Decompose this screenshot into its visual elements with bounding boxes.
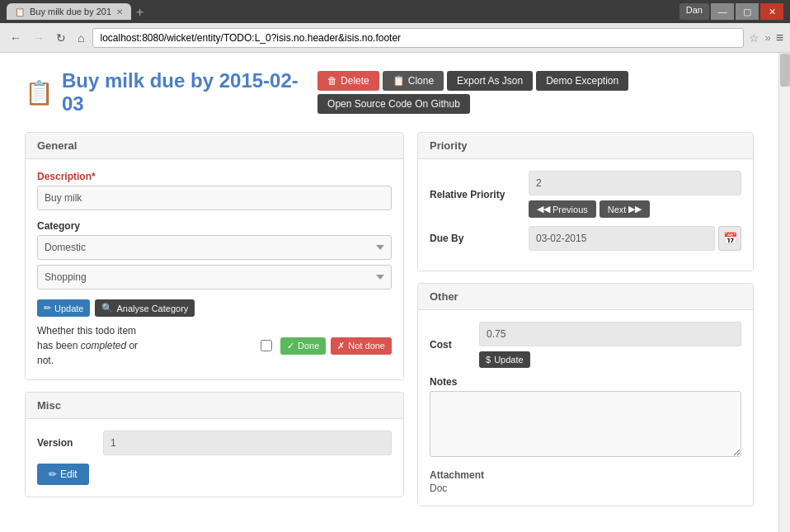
tab-close-icon[interactable]: ✕: [116, 7, 123, 16]
cost-row: Cost 0.75 $ Update: [430, 322, 741, 368]
relative-priority-row: Relative Priority 2 ◀◀ Previous: [430, 171, 741, 218]
next-icon: ▶▶: [628, 204, 642, 214]
date-field-wrapper: 03-02-2015 📅: [529, 226, 741, 251]
browser-window: 📋 Buy milk due by 201 ✕ + Dan — ▢ ✕ ← → …: [0, 0, 790, 532]
page-title-area: 📋 Buy milk due by 2015-02-03: [25, 69, 301, 115]
description-input[interactable]: [37, 186, 392, 210]
category-select-1[interactable]: Domestic: [37, 235, 392, 260]
calendar-icon[interactable]: 📅: [718, 226, 741, 251]
forward-button[interactable]: →: [30, 30, 48, 46]
category-actions: ✏ Update 🔍 Analyse Category: [37, 299, 392, 317]
version-value-wrapper: 1: [103, 431, 392, 455]
window-user: Dan: [679, 3, 709, 20]
back-button[interactable]: ←: [7, 30, 25, 46]
priority-panel: Priority Relative Priority 2 ◀◀: [417, 132, 754, 271]
other-panel: Other Cost 0.75 $ Updat: [417, 283, 754, 506]
minimize-button[interactable]: —: [711, 3, 734, 20]
open-source-button[interactable]: Open Source Code On Github: [317, 94, 470, 114]
tab-area: 📋 Buy milk due by 201 ✕ +: [7, 3, 676, 20]
left-column: General Description* Category Domestic: [25, 132, 404, 506]
description-label: Description*: [37, 171, 392, 182]
attachment-section: Attachment Doc: [430, 469, 741, 494]
not-done-button[interactable]: ✗ Not done: [331, 337, 392, 355]
done-not-done-buttons: ✓ Done ✗ Not done: [280, 337, 392, 355]
relative-priority-value: 2: [529, 171, 741, 195]
home-button[interactable]: ⌂: [74, 30, 87, 46]
due-by-value-wrapper: 03-02-2015 📅: [529, 226, 741, 251]
done-button[interactable]: ✓ Done: [280, 337, 326, 355]
due-by-value: 03-02-2015: [529, 226, 715, 251]
misc-panel: Misc Version 1 ✏ Edit: [25, 392, 404, 497]
description-group: Description*: [37, 171, 392, 210]
menu-icon[interactable]: ≡: [776, 31, 783, 45]
clone-button[interactable]: 📋 Clone: [383, 71, 444, 91]
page-header: 📋 Buy milk due by 2015-02-03 🗑 Delete 📋 …: [25, 69, 754, 115]
completion-text-2: has been completed or: [37, 340, 138, 351]
analyse-category-button[interactable]: 🔍 Analyse Category: [95, 299, 195, 317]
edit-icon-misc: ✏: [49, 468, 57, 480]
version-row: Version 1: [37, 431, 392, 455]
dollar-icon: $: [486, 355, 491, 365]
next-button[interactable]: Next ▶▶: [600, 200, 651, 218]
scrollbar-track[interactable]: [778, 53, 790, 532]
close-button[interactable]: ✕: [760, 3, 783, 20]
other-panel-header: Other: [418, 284, 753, 310]
export-json-button[interactable]: Export As Json: [447, 71, 533, 91]
bookmark-icon[interactable]: ☆: [749, 31, 759, 45]
notes-group: Notes: [430, 376, 741, 459]
misc-panel-body: Version 1 ✏ Edit: [26, 419, 403, 497]
page-content: 📋 Buy milk due by 2015-02-03 🗑 Delete 📋 …: [0, 53, 778, 532]
category-select-2[interactable]: Shopping: [37, 265, 392, 290]
completion-text: Whether this todo item has been complete…: [37, 323, 252, 368]
restore-button[interactable]: ▢: [736, 3, 759, 20]
browser-tab[interactable]: 📋 Buy milk due by 201 ✕: [7, 3, 131, 20]
priority-panel-body: Relative Priority 2 ◀◀ Previous: [418, 159, 753, 271]
previous-button[interactable]: ◀◀ Previous: [529, 200, 596, 218]
checkmark-icon: ✓: [287, 341, 294, 351]
cost-update-button[interactable]: $ Update: [479, 351, 530, 368]
cross-icon: ✗: [337, 341, 345, 351]
category-label: Category: [37, 220, 392, 232]
due-by-label: Due By: [430, 233, 529, 244]
cost-value: 0.75: [479, 322, 741, 346]
address-input[interactable]: [92, 28, 744, 48]
notes-textarea[interactable]: [430, 391, 741, 457]
page-area: 📋 Buy milk due by 2015-02-03 🗑 Delete 📋 …: [0, 53, 790, 532]
todo-icon: 📋: [25, 79, 54, 106]
extensions-icon: »: [764, 31, 770, 44]
two-col-layout: General Description* Category Domestic: [25, 132, 754, 506]
demo-exception-button[interactable]: Demo Exception: [536, 71, 628, 91]
attachment-label: Attachment: [430, 469, 741, 481]
general-panel: General Description* Category Domestic: [25, 132, 404, 380]
attachment-value: Doc: [430, 483, 741, 494]
other-panel-body: Cost 0.75 $ Update: [418, 310, 753, 506]
version-value: 1: [103, 431, 392, 455]
priority-panel-header: Priority: [418, 133, 753, 159]
new-tab-button[interactable]: +: [131, 5, 148, 20]
misc-edit-button[interactable]: ✏ Edit: [37, 464, 89, 485]
category-group: Category Domestic Shopping: [37, 220, 392, 290]
cost-label: Cost: [430, 339, 479, 351]
edit-icon: ✏: [44, 303, 51, 313]
priority-nav-buttons: ◀◀ Previous Next ▶▶: [529, 200, 741, 218]
relative-priority-label: Relative Priority: [430, 189, 529, 200]
action-buttons: 🗑 Delete 📋 Clone Export As Json Demo Exc…: [317, 71, 754, 114]
clone-icon: 📋: [393, 75, 405, 87]
title-bar: 📋 Buy milk due by 201 ✕ + Dan — ▢ ✕: [0, 0, 790, 23]
reload-button[interactable]: ↻: [53, 30, 69, 46]
previous-icon: ◀◀: [537, 204, 550, 214]
window-controls: Dan — ▢ ✕: [679, 3, 783, 20]
delete-button[interactable]: 🗑 Delete: [317, 71, 379, 91]
scrollbar-thumb[interactable]: [780, 54, 790, 87]
general-panel-header: General: [26, 133, 403, 159]
page-title: Buy milk due by 2015-02-03: [62, 69, 301, 115]
update-button[interactable]: ✏ Update: [37, 299, 90, 317]
completion-row: Whether this todo item has been complete…: [37, 323, 392, 368]
address-bar: ← → ↻ ⌂ ☆ » ≡: [0, 23, 790, 53]
analyse-icon: 🔍: [101, 303, 113, 313]
general-panel-body: Description* Category Domestic Shopping: [26, 159, 403, 379]
version-label: Version: [37, 437, 103, 449]
completed-checkbox[interactable]: [261, 340, 272, 351]
misc-panel-header: Misc: [26, 393, 403, 419]
relative-priority-value-wrapper: 2 ◀◀ Previous Next ▶▶: [529, 171, 741, 218]
